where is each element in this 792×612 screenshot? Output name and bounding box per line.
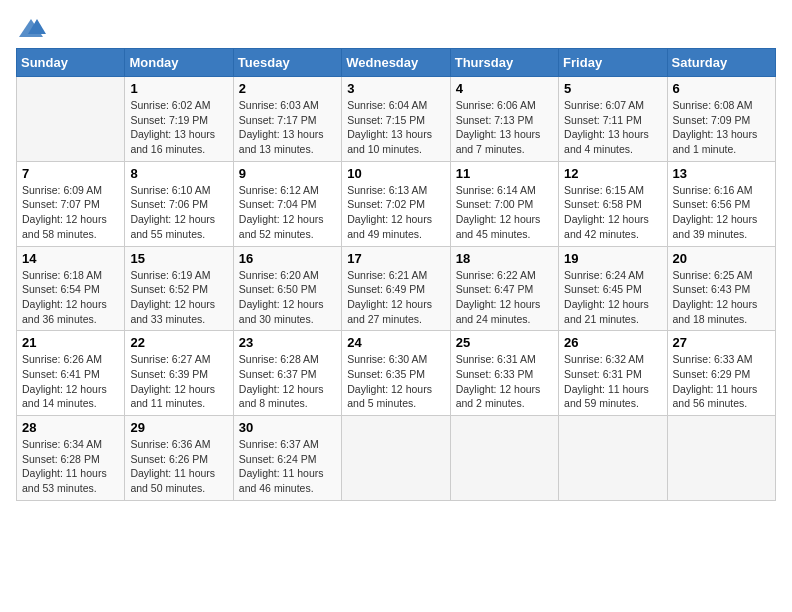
sunset-label: Sunset: 7:07 PM bbox=[22, 198, 100, 210]
calendar-cell: 21 Sunrise: 6:26 AM Sunset: 6:41 PM Dayl… bbox=[17, 331, 125, 416]
day-info: Sunrise: 6:26 AM Sunset: 6:41 PM Dayligh… bbox=[22, 352, 119, 411]
day-number: 22 bbox=[130, 335, 227, 350]
sunset-label: Sunset: 6:45 PM bbox=[564, 283, 642, 295]
daylight-label: Daylight: 12 hours and 8 minutes. bbox=[239, 383, 324, 410]
daylight-label: Daylight: 11 hours and 53 minutes. bbox=[22, 467, 107, 494]
day-info: Sunrise: 6:19 AM Sunset: 6:52 PM Dayligh… bbox=[130, 268, 227, 327]
sunrise-label: Sunrise: 6:18 AM bbox=[22, 269, 102, 281]
day-number: 21 bbox=[22, 335, 119, 350]
daylight-label: Daylight: 11 hours and 46 minutes. bbox=[239, 467, 324, 494]
day-info: Sunrise: 6:28 AM Sunset: 6:37 PM Dayligh… bbox=[239, 352, 336, 411]
sunset-label: Sunset: 7:15 PM bbox=[347, 114, 425, 126]
day-number: 25 bbox=[456, 335, 553, 350]
calendar-header-row: SundayMondayTuesdayWednesdayThursdayFrid… bbox=[17, 49, 776, 77]
calendar-cell bbox=[667, 416, 775, 501]
daylight-label: Daylight: 12 hours and 27 minutes. bbox=[347, 298, 432, 325]
calendar-cell: 16 Sunrise: 6:20 AM Sunset: 6:50 PM Dayl… bbox=[233, 246, 341, 331]
sunset-label: Sunset: 6:39 PM bbox=[130, 368, 208, 380]
day-info: Sunrise: 6:27 AM Sunset: 6:39 PM Dayligh… bbox=[130, 352, 227, 411]
sunset-label: Sunset: 7:13 PM bbox=[456, 114, 534, 126]
sunrise-label: Sunrise: 6:14 AM bbox=[456, 184, 536, 196]
sunset-label: Sunset: 6:33 PM bbox=[456, 368, 534, 380]
day-number: 12 bbox=[564, 166, 661, 181]
calendar-cell bbox=[342, 416, 450, 501]
column-header-saturday: Saturday bbox=[667, 49, 775, 77]
day-number: 16 bbox=[239, 251, 336, 266]
day-number: 2 bbox=[239, 81, 336, 96]
daylight-label: Daylight: 12 hours and 21 minutes. bbox=[564, 298, 649, 325]
daylight-label: Daylight: 12 hours and 36 minutes. bbox=[22, 298, 107, 325]
sunset-label: Sunset: 7:11 PM bbox=[564, 114, 642, 126]
calendar-cell: 27 Sunrise: 6:33 AM Sunset: 6:29 PM Dayl… bbox=[667, 331, 775, 416]
calendar-cell: 3 Sunrise: 6:04 AM Sunset: 7:15 PM Dayli… bbox=[342, 77, 450, 162]
calendar-cell bbox=[559, 416, 667, 501]
calendar-cell: 14 Sunrise: 6:18 AM Sunset: 6:54 PM Dayl… bbox=[17, 246, 125, 331]
daylight-label: Daylight: 12 hours and 39 minutes. bbox=[673, 213, 758, 240]
calendar-cell: 9 Sunrise: 6:12 AM Sunset: 7:04 PM Dayli… bbox=[233, 161, 341, 246]
day-number: 14 bbox=[22, 251, 119, 266]
calendar-week-1: 1 Sunrise: 6:02 AM Sunset: 7:19 PM Dayli… bbox=[17, 77, 776, 162]
daylight-label: Daylight: 12 hours and 11 minutes. bbox=[130, 383, 215, 410]
sunset-label: Sunset: 6:50 PM bbox=[239, 283, 317, 295]
sunset-label: Sunset: 7:02 PM bbox=[347, 198, 425, 210]
day-info: Sunrise: 6:09 AM Sunset: 7:07 PM Dayligh… bbox=[22, 183, 119, 242]
sunrise-label: Sunrise: 6:03 AM bbox=[239, 99, 319, 111]
sunset-label: Sunset: 6:58 PM bbox=[564, 198, 642, 210]
calendar-cell: 12 Sunrise: 6:15 AM Sunset: 6:58 PM Dayl… bbox=[559, 161, 667, 246]
sunrise-label: Sunrise: 6:08 AM bbox=[673, 99, 753, 111]
daylight-label: Daylight: 11 hours and 50 minutes. bbox=[130, 467, 215, 494]
day-info: Sunrise: 6:30 AM Sunset: 6:35 PM Dayligh… bbox=[347, 352, 444, 411]
calendar-cell: 1 Sunrise: 6:02 AM Sunset: 7:19 PM Dayli… bbox=[125, 77, 233, 162]
calendar-cell: 10 Sunrise: 6:13 AM Sunset: 7:02 PM Dayl… bbox=[342, 161, 450, 246]
calendar-cell: 17 Sunrise: 6:21 AM Sunset: 6:49 PM Dayl… bbox=[342, 246, 450, 331]
calendar-cell: 29 Sunrise: 6:36 AM Sunset: 6:26 PM Dayl… bbox=[125, 416, 233, 501]
sunrise-label: Sunrise: 6:15 AM bbox=[564, 184, 644, 196]
column-header-friday: Friday bbox=[559, 49, 667, 77]
calendar-cell: 25 Sunrise: 6:31 AM Sunset: 6:33 PM Dayl… bbox=[450, 331, 558, 416]
daylight-label: Daylight: 12 hours and 2 minutes. bbox=[456, 383, 541, 410]
calendar-cell: 11 Sunrise: 6:14 AM Sunset: 7:00 PM Dayl… bbox=[450, 161, 558, 246]
daylight-label: Daylight: 12 hours and 33 minutes. bbox=[130, 298, 215, 325]
day-number: 1 bbox=[130, 81, 227, 96]
day-number: 8 bbox=[130, 166, 227, 181]
day-number: 17 bbox=[347, 251, 444, 266]
calendar-cell: 30 Sunrise: 6:37 AM Sunset: 6:24 PM Dayl… bbox=[233, 416, 341, 501]
day-info: Sunrise: 6:20 AM Sunset: 6:50 PM Dayligh… bbox=[239, 268, 336, 327]
column-header-sunday: Sunday bbox=[17, 49, 125, 77]
day-info: Sunrise: 6:10 AM Sunset: 7:06 PM Dayligh… bbox=[130, 183, 227, 242]
sunrise-label: Sunrise: 6:04 AM bbox=[347, 99, 427, 111]
day-info: Sunrise: 6:06 AM Sunset: 7:13 PM Dayligh… bbox=[456, 98, 553, 157]
day-info: Sunrise: 6:21 AM Sunset: 6:49 PM Dayligh… bbox=[347, 268, 444, 327]
daylight-label: Daylight: 13 hours and 16 minutes. bbox=[130, 128, 215, 155]
calendar-cell: 28 Sunrise: 6:34 AM Sunset: 6:28 PM Dayl… bbox=[17, 416, 125, 501]
sunrise-label: Sunrise: 6:34 AM bbox=[22, 438, 102, 450]
day-number: 19 bbox=[564, 251, 661, 266]
sunrise-label: Sunrise: 6:28 AM bbox=[239, 353, 319, 365]
day-number: 3 bbox=[347, 81, 444, 96]
sunset-label: Sunset: 7:06 PM bbox=[130, 198, 208, 210]
calendar-week-3: 14 Sunrise: 6:18 AM Sunset: 6:54 PM Dayl… bbox=[17, 246, 776, 331]
page-header bbox=[16, 16, 776, 40]
day-number: 11 bbox=[456, 166, 553, 181]
day-number: 9 bbox=[239, 166, 336, 181]
daylight-label: Daylight: 12 hours and 42 minutes. bbox=[564, 213, 649, 240]
sunrise-label: Sunrise: 6:25 AM bbox=[673, 269, 753, 281]
calendar-cell: 23 Sunrise: 6:28 AM Sunset: 6:37 PM Dayl… bbox=[233, 331, 341, 416]
sunset-label: Sunset: 6:47 PM bbox=[456, 283, 534, 295]
daylight-label: Daylight: 11 hours and 59 minutes. bbox=[564, 383, 649, 410]
sunrise-label: Sunrise: 6:13 AM bbox=[347, 184, 427, 196]
calendar-cell: 7 Sunrise: 6:09 AM Sunset: 7:07 PM Dayli… bbox=[17, 161, 125, 246]
logo bbox=[16, 16, 50, 40]
column-header-tuesday: Tuesday bbox=[233, 49, 341, 77]
day-info: Sunrise: 6:16 AM Sunset: 6:56 PM Dayligh… bbox=[673, 183, 770, 242]
sunrise-label: Sunrise: 6:10 AM bbox=[130, 184, 210, 196]
daylight-label: Daylight: 12 hours and 45 minutes. bbox=[456, 213, 541, 240]
sunset-label: Sunset: 7:09 PM bbox=[673, 114, 751, 126]
day-number: 28 bbox=[22, 420, 119, 435]
sunset-label: Sunset: 6:29 PM bbox=[673, 368, 751, 380]
daylight-label: Daylight: 12 hours and 14 minutes. bbox=[22, 383, 107, 410]
logo-icon bbox=[16, 16, 46, 40]
sunrise-label: Sunrise: 6:31 AM bbox=[456, 353, 536, 365]
daylight-label: Daylight: 12 hours and 18 minutes. bbox=[673, 298, 758, 325]
day-number: 27 bbox=[673, 335, 770, 350]
